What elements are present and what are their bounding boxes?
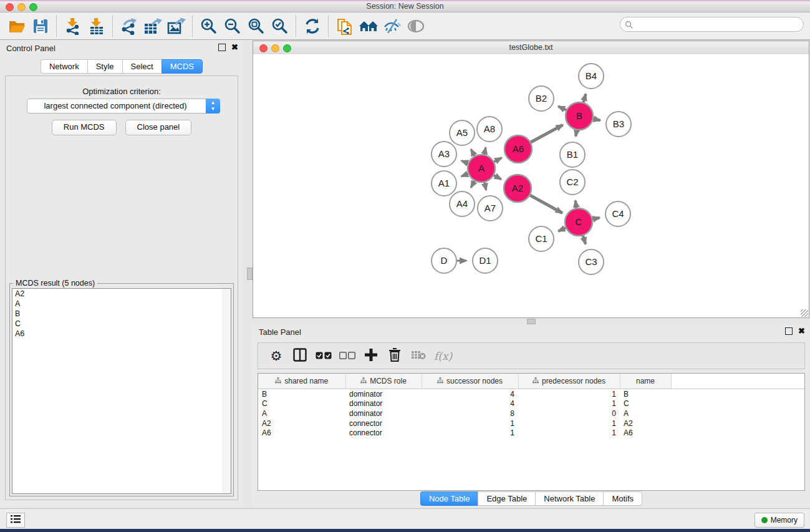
node-table[interactable]: shared nameMCDS rolesuccessor nodesprede… [258,373,805,491]
mcds-result-item[interactable]: C [12,319,222,329]
graph-node-A4[interactable]: A4 [450,191,475,216]
delete-column-button[interactable] [385,346,405,366]
cell-shared_name[interactable]: A6 [258,428,345,438]
cell-mcds_role[interactable]: connector [345,428,422,438]
cell-name[interactable]: A2 [620,418,671,428]
delete-table-button[interactable] [408,346,428,366]
show-log-button[interactable] [6,513,25,528]
zoom-selected-button[interactable] [269,16,291,37]
function-builder-button[interactable]: f(x) [434,350,452,362]
cell-predecessor_nodes[interactable]: 0 [518,409,620,418]
graph-node-A2[interactable]: A2 [504,175,531,202]
tab-mcds[interactable]: MCDS [162,59,203,74]
zoom-network-window-button[interactable] [283,44,291,52]
cell-mcds_role[interactable]: dominator [345,399,422,409]
graph-node-A8[interactable]: A8 [477,117,502,142]
graph-edge-A2-C[interactable] [529,195,562,213]
import-network-button[interactable] [62,16,84,37]
mcds-result-scrollbar[interactable] [222,288,231,494]
cell-predecessor_nodes[interactable]: 1 [518,428,620,438]
apply-layout-button[interactable] [302,16,323,37]
table-row[interactable]: A6connector11A6 [258,428,804,438]
cell-successor_nodes[interactable]: 8 [422,409,518,418]
graph-node-B[interactable]: B [566,102,593,130]
cell-shared_name[interactable]: A [258,409,345,418]
zoom-fit-button[interactable] [246,16,267,37]
close-window-button[interactable] [6,3,14,11]
add-column-button[interactable] [361,346,381,366]
minimize-window-button[interactable] [17,3,26,11]
close-table-panel-icon[interactable]: ✖ [798,327,805,335]
graph-node-A6[interactable]: A6 [504,135,532,163]
mcds-result-item[interactable]: A [12,299,222,309]
graph-node-B3[interactable]: B3 [606,112,631,137]
export-image-button[interactable] [166,16,187,37]
cell-shared_name[interactable]: C [258,399,345,409]
zoom-in-button[interactable] [198,16,219,37]
memory-button[interactable]: Memory [755,513,804,528]
table-row[interactable]: Bdominator41B [258,389,804,399]
desktop-vertical-scrollbar[interactable] [247,268,253,280]
column-header-successor-nodes[interactable]: successor nodes [422,374,518,389]
cell-name[interactable]: C [620,399,671,409]
table-row[interactable]: Cdominator41C [258,399,804,409]
tab-edge-table[interactable]: Edge Table [478,491,535,506]
mcds-result-item[interactable]: A2 [12,289,222,299]
mcds-result-item[interactable]: A6 [12,329,222,339]
close-panel-button[interactable]: Close panel [125,120,192,135]
cell-predecessor_nodes[interactable]: 1 [518,399,620,409]
zoom-window-button[interactable] [29,3,37,11]
cell-predecessor_nodes[interactable]: 1 [518,418,620,428]
column-header-MCDS-role[interactable]: MCDS role [345,374,422,389]
cell-predecessor_nodes[interactable]: 1 [518,389,620,399]
cell-successor_nodes[interactable]: 4 [422,399,518,409]
tab-network-table[interactable]: Network Table [535,491,603,506]
tab-network[interactable]: Network [41,59,87,74]
cell-name[interactable]: A6 [620,428,671,438]
tab-node-table[interactable]: Node Table [420,491,478,506]
hide-panels-button[interactable] [382,16,403,37]
window-resize-grip[interactable] [801,309,808,317]
graph-node-B1[interactable]: B1 [560,142,585,167]
cell-mcds_role[interactable]: dominator [345,389,422,399]
cell-successor_nodes[interactable]: 1 [422,428,518,438]
zoom-out-button[interactable] [222,16,243,37]
desktop-horizontal-scrollbar[interactable] [527,319,536,324]
duplicate-network-button[interactable] [334,16,355,37]
network-canvas[interactable]: B4B2BB3A5A8A6A3B1AC2A1A2A4A7C4CC1DD1C3 [253,54,809,317]
table-row[interactable]: Adominator80A [258,409,804,418]
show-panels-button[interactable] [405,16,427,37]
tab-select[interactable]: Select [122,59,162,74]
export-network-button[interactable] [118,16,140,37]
cell-shared_name[interactable]: A2 [258,418,345,428]
deselect-all-button[interactable] [337,346,357,366]
mcds-result-item[interactable]: B [12,309,222,319]
run-mcds-button[interactable]: Run MCDS [52,120,117,135]
graph-edge-A-A6[interactable] [493,158,502,162]
minimize-network-window-button[interactable] [271,44,279,52]
tab-motifs[interactable]: Motifs [603,491,642,506]
graph-edge-C-C3[interactable] [582,235,586,244]
column-header-name[interactable]: name [620,374,671,389]
search-input[interactable] [620,17,804,32]
graph-edge-A6-B[interactable] [529,125,562,143]
graph-node-D1[interactable]: D1 [473,248,498,273]
select-all-button[interactable] [314,346,334,366]
graph-node-A3[interactable]: A3 [432,142,456,167]
open-file-button[interactable] [6,16,27,37]
graph-node-B4[interactable]: B4 [579,64,604,89]
cell-shared_name[interactable]: B [258,389,345,399]
show-all-networks-button[interactable] [358,16,379,37]
graph-node-A5[interactable]: A5 [450,120,475,145]
settings-gear-button[interactable]: ⚙ [266,346,286,366]
graph-edge-B-B2[interactable] [558,107,567,111]
graph-node-B2[interactable]: B2 [529,86,554,111]
graph-node-C[interactable]: C [565,208,592,236]
column-header-predecessor-nodes[interactable]: predecessor nodes [518,374,620,389]
network-graph[interactable]: B4B2BB3A5A8A6A3B1AC2A1A2A4A7C4CC1DD1C3 [253,54,809,317]
save-session-button[interactable] [30,16,51,37]
import-table-button[interactable] [86,16,107,37]
table-row[interactable]: A2connector11A2 [258,418,804,428]
graph-node-A1[interactable]: A1 [432,171,456,196]
graph-node-A[interactable]: A [468,155,495,182]
